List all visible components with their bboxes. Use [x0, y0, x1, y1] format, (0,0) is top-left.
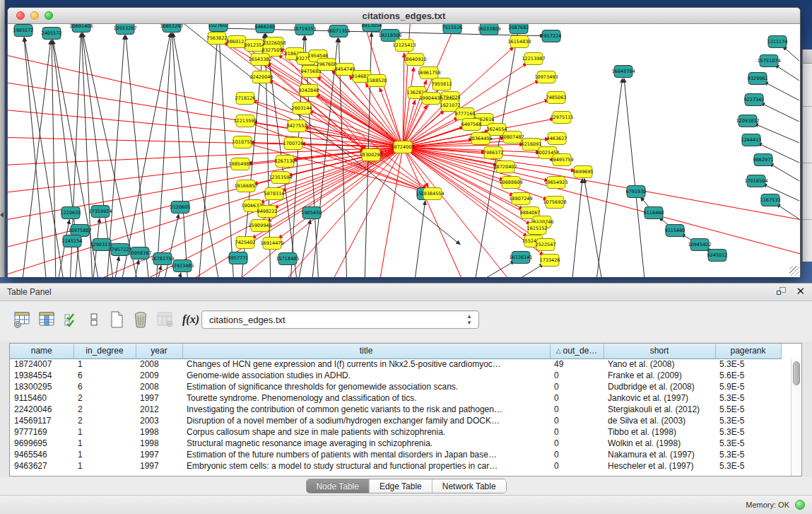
graph-node[interactable]: 18300295 — [359, 149, 382, 161]
table-cell[interactable]: 1 — [73, 449, 136, 460]
graph-node[interactable]: 2718126 — [235, 93, 256, 105]
graph-edge[interactable] — [502, 264, 543, 277]
table-cell[interactable]: Embryonic stem cells: a model to study s… — [182, 460, 550, 472]
graph-node[interactable]: 19166857 — [234, 180, 257, 192]
table-cell[interactable]: 14569117 — [10, 415, 73, 426]
graph-node[interactable]: 12093832 — [736, 115, 759, 127]
table-cell[interactable]: 1 — [73, 438, 136, 449]
graph-node[interactable]: 9242848 — [299, 85, 319, 97]
table-cell[interactable]: 2 — [73, 392, 136, 404]
table-cell[interactable]: Stergiakouli et al. (2012) — [604, 404, 715, 415]
graph-node[interactable]: 7515526 — [442, 24, 463, 34]
graph-node[interactable]: 15909948 — [248, 220, 271, 232]
graph-node[interactable]: 1615152 — [527, 223, 548, 235]
graph-edge[interactable] — [584, 179, 603, 277]
graph-edge[interactable] — [776, 204, 799, 219]
graph-node[interactable]: 19654923 — [544, 177, 567, 189]
graph-edge[interactable] — [177, 273, 181, 277]
table-cell[interactable]: 0 — [550, 415, 604, 426]
table-cell[interactable]: 5.3E-5 — [715, 460, 781, 472]
table-row[interactable]: 977716911998Corpus callosum shape and si… — [10, 426, 781, 438]
new-table-icon[interactable] — [107, 310, 126, 329]
close-panel-icon[interactable]: ✕ — [796, 286, 805, 297]
graph-node[interactable]: 15751074 — [757, 55, 780, 67]
graph-node[interactable]: 7955812 — [432, 78, 452, 90]
tab-edge-table[interactable]: Edge Table — [370, 479, 433, 493]
graph-node[interactable]: 1733426 — [540, 255, 560, 267]
table-cell[interactable]: 19384554 — [10, 370, 73, 381]
graph-node[interactable]: 1145154 — [62, 235, 83, 247]
table-cell[interactable]: Hescheler et al. (1997) — [604, 460, 715, 472]
table-cell[interactable]: 18300295 — [10, 381, 73, 392]
table-cell[interactable]: Franke et al. (2009) — [604, 370, 715, 381]
column-header-pagerank[interactable]: pagerank — [715, 344, 781, 358]
graph-node[interactable]: 18720407 — [493, 161, 517, 173]
table-cell[interactable]: Yano et al. (2008) — [604, 358, 715, 370]
citation-graph[interactable]: 1905572240557220691406105532871065328715… — [8, 24, 800, 277]
graph-node[interactable]: 1010755 — [233, 136, 253, 148]
graph-node[interactable]: 16961758 — [417, 67, 440, 79]
graph-node[interactable]: 8267130 — [275, 156, 295, 168]
graph-node[interactable]: 9857771 — [228, 252, 249, 264]
graph-edge[interactable] — [783, 47, 799, 61]
graph-node[interactable]: 2405572 — [42, 28, 62, 40]
table-row[interactable]: 1872400712008Changes of HCN gene express… — [10, 358, 781, 370]
graph-node[interactable]: 10756928 — [543, 197, 566, 209]
graph-node[interactable]: 1244413 — [741, 134, 762, 146]
graph-node[interactable]: 12213987 — [522, 53, 545, 65]
graph-node[interactable]: 1588520 — [367, 75, 387, 87]
column-header-year[interactable]: year — [136, 344, 182, 358]
graph-edge[interactable] — [760, 103, 799, 122]
column-header-in_degree[interactable]: in_degree — [73, 344, 136, 358]
graph-node[interactable]: 1905450 — [302, 207, 322, 219]
scrollbar-thumb[interactable] — [793, 361, 800, 385]
graph-node[interactable]: 12353594 — [269, 172, 292, 184]
tab-node-table[interactable]: Node Table — [306, 479, 370, 493]
graph-edge[interactable] — [126, 35, 149, 277]
graph-node[interactable]: 9227342 — [744, 94, 765, 106]
graph-node[interactable]: 6466160 — [255, 24, 276, 33]
show-columns-icon[interactable] — [37, 310, 56, 329]
graph-edge[interactable] — [199, 33, 218, 277]
table-cell[interactable]: Tibbo et al. (1998) — [604, 426, 715, 438]
table-cell[interactable]: Dudbridge et al. (2008) — [604, 381, 715, 392]
table-cell[interactable]: 2 — [73, 415, 136, 426]
table-row[interactable]: 946362711997Embryonic stem cells: a mode… — [10, 460, 781, 472]
graph-node[interactable]: 4463627 — [547, 133, 567, 145]
table-row[interactable]: 969969511998Structural magnetic resonanc… — [10, 438, 781, 449]
panel-collapse-strip[interactable] — [0, 0, 5, 277]
table-cell[interactable]: 5.3E-5 — [715, 426, 781, 438]
table-cell[interactable]: 0 — [550, 438, 604, 449]
network-canvas[interactable]: 1905572240557220691406105532871065328715… — [8, 24, 800, 277]
table-cell[interactable]: 1 — [73, 358, 136, 370]
table-cell[interactable]: 1997 — [136, 460, 182, 472]
table-select[interactable]: citations_edges.txt ▲▼ — [201, 310, 479, 329]
graph-node[interactable]: 7563822 — [207, 33, 228, 45]
collapse-left-icon[interactable] — [0, 212, 4, 218]
graph-node[interactable]: 12975115 — [550, 112, 573, 124]
graph-node[interactable]: 16154838 — [507, 36, 531, 48]
table-row[interactable]: 1456911722003Disruption of a novel membe… — [10, 415, 781, 426]
graph-node[interactable]: 2603144 — [292, 103, 312, 115]
graph-node[interactable]: 16543382 — [248, 54, 271, 66]
graph-edge[interactable] — [298, 220, 310, 277]
graph-node[interactable]: 10553287 — [113, 24, 136, 35]
table-cell[interactable]: Genome-wide association studies in ADHD. — [182, 370, 550, 381]
graph-edge[interactable] — [156, 33, 171, 277]
graph-node[interactable]: 10719155 — [293, 24, 316, 35]
table-cell[interactable]: 5.3E-5 — [715, 392, 781, 404]
table-cell[interactable]: 2 — [73, 404, 136, 415]
graph-node[interactable]: 9329961 — [748, 73, 768, 85]
table-cell[interactable]: 5.6E-5 — [715, 370, 781, 381]
graph-node[interactable]: 2967608 — [317, 59, 337, 71]
graph-node[interactable]: 7485063 — [546, 92, 567, 104]
graph-node[interactable]: 20364456 — [469, 133, 492, 145]
table-cell[interactable]: 2003 — [136, 415, 182, 426]
table-cell[interactable]: 9465546 — [10, 449, 73, 460]
graph-edge[interactable] — [596, 78, 623, 277]
graph-edge[interactable] — [375, 147, 403, 277]
table-cell[interactable]: Disruption of a novel member of a sodium… — [182, 415, 550, 426]
table-cell[interactable]: Wolkin et al. (1998) — [604, 438, 715, 449]
graph-node[interactable]: 10688609 — [499, 177, 522, 189]
table-cell[interactable]: 6 — [73, 370, 136, 381]
